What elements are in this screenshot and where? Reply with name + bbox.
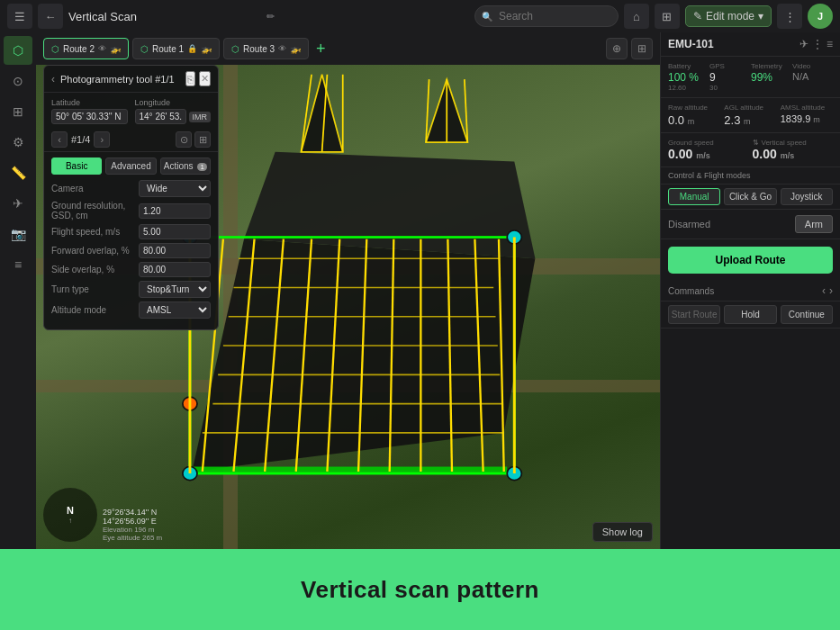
route-tab-2[interactable]: ⬡ Route 2 👁 🚁 bbox=[43, 38, 129, 59]
menu-button[interactable]: ☰ bbox=[7, 4, 32, 29]
camera-select[interactable]: Wide bbox=[139, 180, 211, 197]
commands-prev[interactable]: ‹ bbox=[822, 284, 826, 297]
tab-basic[interactable]: Basic bbox=[51, 158, 102, 175]
fwd-overlap-input[interactable] bbox=[139, 243, 211, 258]
panel-copy-button[interactable]: ⎘ bbox=[185, 71, 195, 86]
add-route-button[interactable]: + bbox=[312, 40, 330, 58]
avatar[interactable]: J bbox=[808, 4, 833, 29]
sidebar-ruler-icon[interactable]: 📏 bbox=[4, 158, 32, 187]
search-input[interactable] bbox=[474, 5, 619, 27]
turn-type-label: Turn type bbox=[51, 284, 139, 294]
home-icon[interactable]: ⌂ bbox=[624, 4, 649, 29]
route3-icon: ⬡ bbox=[231, 44, 239, 54]
side-overlap-input[interactable] bbox=[139, 262, 211, 277]
drone-list-icon[interactable]: ✈ bbox=[799, 38, 808, 50]
route-tab-1[interactable]: ⬡ Route 1 🔒 🚁 bbox=[132, 38, 220, 59]
speed-input[interactable] bbox=[139, 224, 211, 239]
eye-icon-3: 👁 bbox=[278, 44, 286, 53]
right-panel-icons: ✈ ⋮ ≡ bbox=[799, 38, 833, 50]
commands-next[interactable]: › bbox=[829, 284, 833, 297]
tab-actions[interactable]: Actions 1 bbox=[160, 158, 211, 175]
sidebar-layers-icon[interactable]: ⊞ bbox=[4, 97, 32, 126]
side-overlap-row: Side overlap, % bbox=[51, 262, 211, 277]
maptool-button-2[interactable]: ⊞ bbox=[631, 38, 653, 59]
route3-label: Route 3 bbox=[243, 44, 275, 54]
raw-altitude-label: Raw altitude bbox=[668, 104, 720, 112]
speed-grid: Ground speed 0.00 m/s ⇅ Vertical speed 0… bbox=[661, 133, 840, 167]
action-buttons: Start Route Hold Continue bbox=[661, 302, 840, 328]
sidebar-flight-icon[interactable]: ✈ bbox=[4, 189, 32, 218]
sidebar-camera-icon[interactable]: 📷 bbox=[4, 220, 32, 248]
vertical-speed-icon: ⇅ bbox=[753, 139, 759, 147]
drone-icon: 🚁 bbox=[110, 44, 121, 54]
vertical-speed-value: 0.00 m/s bbox=[753, 147, 834, 161]
tab-advanced[interactable]: Advanced bbox=[105, 158, 156, 175]
turn-type-row: Turn type Stop&Turn bbox=[51, 281, 211, 298]
panel-menu-icon[interactable]: ⋮ bbox=[812, 38, 823, 50]
edit-icon[interactable]: ✏ bbox=[266, 11, 275, 22]
joystick-btn[interactable]: Joystick bbox=[781, 188, 833, 205]
tab-row: Basic Advanced Actions 1 bbox=[44, 151, 218, 180]
right-panel-header: EMU-101 ✈ ⋮ ≡ bbox=[661, 32, 840, 57]
page-icon-2[interactable]: ⊞ bbox=[194, 131, 211, 148]
upload-route-button[interactable]: Upload Route bbox=[668, 247, 833, 274]
route2-icon: ⬡ bbox=[51, 44, 59, 54]
edit-mode-button[interactable]: ✎ Edit mode ▾ bbox=[685, 5, 772, 27]
map-toolbar: ⬡ Route 2 👁 🚁 ⬡ Route 1 🔒 🚁 ⬡ Route 3 👁 … bbox=[36, 32, 660, 65]
modes-label: Control & Flight modes bbox=[668, 171, 751, 180]
route-tab-3[interactable]: ⬡ Route 3 👁 🚁 bbox=[223, 38, 309, 59]
imr-button[interactable]: IMR bbox=[189, 112, 212, 122]
next-page-button[interactable]: › bbox=[94, 131, 110, 148]
telemetry-value: 99% bbox=[751, 71, 791, 84]
page-navigation: ‹ #1/4 › ⊙ ⊞ bbox=[44, 128, 218, 151]
latitude-label: Latitude bbox=[51, 98, 128, 107]
hold-button[interactable]: Hold bbox=[724, 305, 776, 324]
altitude-mode-select[interactable]: AMSL bbox=[139, 302, 211, 319]
actions-badge: 1 bbox=[197, 163, 206, 171]
maptool-button-1[interactable]: ⊕ bbox=[606, 38, 628, 59]
fwd-overlap-row: Forward overlap, % bbox=[51, 243, 211, 258]
page-title: Vertical Scan bbox=[68, 10, 257, 23]
longitude-input[interactable] bbox=[135, 109, 186, 124]
sidebar-route-icon[interactable]: ⬡ bbox=[4, 36, 32, 65]
speed-label: Flight speed, m/s bbox=[51, 227, 139, 237]
compass-display: N ↑ bbox=[67, 504, 74, 526]
continue-button[interactable]: Continue bbox=[781, 305, 833, 324]
show-log-button[interactable]: Show log bbox=[592, 522, 653, 542]
longitude-col: Longitude IMR bbox=[135, 98, 212, 124]
layers-icon[interactable]: ⊞ bbox=[655, 4, 680, 29]
stats-grid: Battery 100 % 12.60 GPS 9 30 Telemetry 9… bbox=[661, 57, 840, 98]
fwd-overlap-label: Forward overlap, % bbox=[51, 246, 139, 256]
coordinates-row: Latitude Longitude IMR bbox=[44, 93, 218, 128]
panel-list-icon[interactable]: ≡ bbox=[826, 38, 833, 50]
control-buttons: Manual Click & Go Joystick bbox=[661, 184, 840, 210]
panel-close-button[interactable]: ✕ bbox=[199, 71, 211, 86]
sidebar-list-icon[interactable]: ≡ bbox=[4, 250, 32, 279]
back-button[interactable]: ← bbox=[38, 4, 63, 29]
gps-stat: GPS 9 30 bbox=[709, 62, 750, 92]
ground-speed-value: 0.00 m/s bbox=[668, 147, 749, 161]
arm-button[interactable]: Arm bbox=[795, 215, 833, 233]
battery-stat: Battery 100 % 12.60 bbox=[668, 62, 709, 92]
turn-type-select[interactable]: Stop&Turn bbox=[139, 281, 211, 298]
panel-back-button[interactable]: ‹ bbox=[51, 73, 55, 86]
prev-page-button[interactable]: ‹ bbox=[51, 131, 68, 148]
start-route-button[interactable]: Start Route bbox=[668, 305, 720, 324]
gsd-input[interactable] bbox=[139, 203, 211, 219]
page-icon-1[interactable]: ⊙ bbox=[176, 131, 192, 148]
click-go-btn[interactable]: Click & Go bbox=[724, 188, 776, 205]
eye-icon: 👁 bbox=[98, 44, 106, 53]
latitude-input[interactable] bbox=[51, 109, 128, 124]
more-icon[interactable]: ⋮ bbox=[777, 4, 802, 29]
topbar: ☰ ← Vertical Scan ✏ 🔍 ⌂ ⊞ ✎ Edit mode ▾ … bbox=[0, 0, 840, 32]
gps-sub: 30 bbox=[709, 84, 750, 92]
bottom-bar: Vertical scan pattern bbox=[0, 549, 840, 630]
sidebar-settings-icon[interactable]: ⚙ bbox=[4, 128, 32, 157]
sidebar-map-icon[interactable]: ⊙ bbox=[4, 67, 32, 95]
map-tools: ⊕ ⊞ bbox=[606, 38, 653, 59]
page-icons: ⊙ ⊞ bbox=[176, 131, 211, 148]
map-coordinates: 29°26'34.14'' N 14°26'56.09'' E Elevatio… bbox=[103, 508, 162, 542]
manual-btn[interactable]: Manual bbox=[668, 188, 720, 205]
bottom-label: Vertical scan pattern bbox=[301, 576, 539, 604]
gsd-label: Ground resolution, GSD, cm bbox=[51, 201, 139, 220]
